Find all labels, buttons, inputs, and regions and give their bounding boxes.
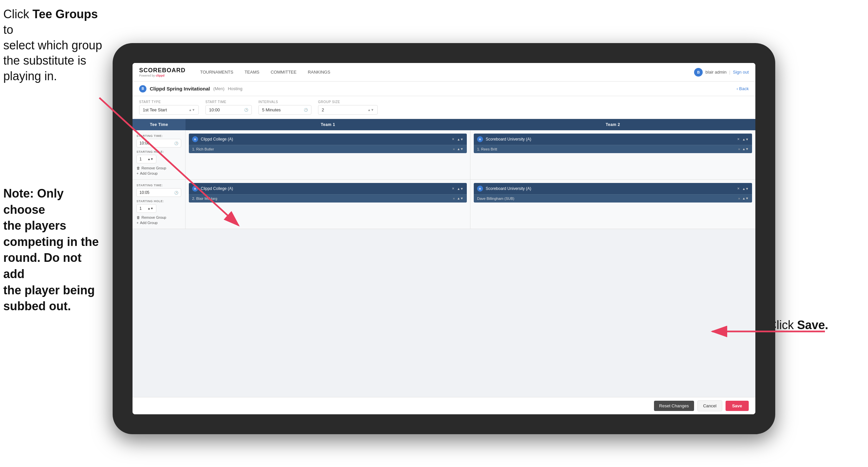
note-instruction: Note: Only choosethe playerscompeting in… [3,185,103,315]
table-row: STARTING TIME: 10:05 🕐 STARTING HOLE: 1 … [132,180,755,229]
group2-team2-controls: × ▲▼ [737,186,749,191]
group1-team1-remove[interactable]: × [452,137,454,142]
team1-header: Team 1 [186,119,470,130]
group1-team2-badge: B [477,136,483,142]
group1-time-input[interactable]: 10:00 🕐 [136,139,181,147]
intervals-field: Intervals 5 Minutes 🕐 [258,100,311,115]
group2-team2-player1-remove[interactable]: × [738,197,740,201]
group1-left: STARTING TIME: 10:00 🕐 STARTING HOLE: 1 … [132,130,186,179]
remove-group-2-button[interactable]: 🗑 Remove Group [136,215,181,220]
group2-team1-controls: × ▲▼ [452,186,464,191]
group1-team2-card: B Scoreboard University (A) × ▲▼ 1. Rees… [474,134,752,153]
group2-time-value: 10:05 [140,190,149,195]
table-row: STARTING TIME: 10:00 🕐 STARTING HOLE: 1 … [132,130,755,180]
cancel-button[interactable]: Cancel [698,400,722,411]
starting-time-label-1: STARTING TIME: [136,134,181,138]
start-time-input[interactable]: 10:00 🕐 [206,105,252,115]
group2-team1-player1-arrows[interactable]: ▲▼ [457,197,464,201]
group2-team1-player1-controls: × ▲▼ [453,197,464,201]
tournament-title: Clippd Spring Invitational [150,86,210,91]
start-type-label: Start Type [139,100,199,104]
group1-team2-player1: 1. Rees Britt × ▲▼ [474,145,752,153]
trash-icon-1: 🗑 [136,166,140,170]
start-time-label: Start Time [206,100,252,104]
start-time-field: Start Time 10:00 🕐 [206,100,252,115]
start-type-input[interactable]: 1st Tee Start ▲▼ [139,105,199,115]
group1-team2-remove[interactable]: × [737,137,740,142]
instruction-text-1: Click [3,7,32,21]
group1-hole-input[interactable]: 1 ▲▼ [136,155,156,164]
nav-teams[interactable]: TEAMS [240,68,264,77]
group1-team2-player1-name: 1. Rees Britt [477,147,736,151]
group1-team1-header: B Clippd College (A) × ▲▼ [189,134,467,145]
group2-team1-player1-name: 2. Blair McHarg [192,197,450,201]
group1-team2-arrows[interactable]: ▲▼ [742,138,749,141]
group-size-label: Group Size [318,100,378,104]
save-button[interactable]: Save [725,401,749,411]
group2-time-input[interactable]: 10:05 🕐 [136,188,181,197]
group1-team2-player1-arrows[interactable]: ▲▼ [742,147,749,151]
group1-team2-player1-remove[interactable]: × [738,147,740,151]
group2-team2-arrows[interactable]: ▲▼ [742,187,749,191]
group1-team1-arrows[interactable]: ▲▼ [457,138,464,141]
add-group-1-button[interactable]: + Add Group [136,171,181,175]
group2-hole-value: 1 [140,206,142,211]
group1-time-value: 10:00 [140,141,149,146]
group1-hole-arrow: ▲▼ [148,157,153,161]
group2-team2-name: Scoreboard University (A) [486,186,735,191]
group2-team2-player1-controls: × ▲▼ [738,197,749,201]
reset-changes-button[interactable]: Reset Changes [654,401,694,411]
group2-left: STARTING TIME: 10:05 🕐 STARTING HOLE: 1 … [132,180,186,229]
footer: Reset Changes Cancel Save [132,397,755,414]
start-time-value: 10:00 [209,107,220,112]
group2-team1-card: B Clippd College (A) × ▲▼ 2. Blair McHar… [189,183,467,203]
group2-team2-header: B Scoreboard University (A) × ▲▼ [474,183,752,194]
group1-team1-player1-arrows[interactable]: ▲▼ [457,147,464,151]
remove-group-1-label: Remove Group [142,166,166,170]
nav-links: TOURNAMENTS TEAMS COMMITTEE RANKINGS [195,68,694,77]
group2-team2-player1: Dave Billingham (SUB) × ▲▼ [474,194,752,203]
group1-team1-player1-remove[interactable]: × [453,147,455,151]
hosting-label: Hosting [228,86,243,91]
user-name: blair admin [705,69,726,75]
group2-team1-header: B Clippd College (A) × ▲▼ [189,183,467,194]
group2-hole-input[interactable]: 1 ▲▼ [136,204,156,213]
intervals-arrow: 🕐 [304,108,308,112]
tablet-screen: SCOREBOARD Powered by clippd TOURNAMENTS… [132,63,755,414]
group2-team1-player1-remove[interactable]: × [453,197,455,201]
group1-team2-col: B Scoreboard University (A) × ▲▼ 1. Rees… [470,130,755,179]
intervals-input[interactable]: 5 Minutes 🕐 [258,105,311,115]
group1-team2-controls: × ▲▼ [737,137,749,142]
note-label: Note: Only choosethe playerscompeting in… [3,186,99,313]
intervals-label: Intervals [258,100,311,104]
group1-team2-player1-controls: × ▲▼ [738,147,749,151]
sign-out-link[interactable]: Sign out [733,69,749,75]
back-button[interactable]: ‹ Back [737,86,749,91]
group1-team1-card: B Clippd College (A) × ▲▼ 1. Rich Butler… [189,134,467,153]
add-group-2-button[interactable]: + Add Group [136,221,181,225]
tee-time-header: Tee Time [132,119,186,130]
nav-user: B blair admin | Sign out [694,68,749,77]
group2-team2-remove[interactable]: × [737,186,740,191]
nav-tournaments[interactable]: TOURNAMENTS [195,68,238,77]
tournament-badge: B [139,85,147,92]
remove-group-1-button[interactable]: 🗑 Remove Group [136,166,181,170]
group1-team1-badge: B [192,136,198,142]
click-save-label: Click Save. [768,318,828,332]
nav-rankings[interactable]: RANKINGS [303,68,335,77]
tablet-device: SCOREBOARD Powered by clippd TOURNAMENTS… [113,43,775,434]
save-bold-label: Save. [797,318,828,332]
instruction-text-2: toselect which groupthe substitute ispla… [3,23,102,83]
group1-time-icon: 🕐 [174,142,178,145]
starting-hole-label-1: STARTING HOLE: [136,150,181,153]
group1-team1-controls: × ▲▼ [452,137,464,142]
nav-committee[interactable]: COMMITTEE [266,68,301,77]
group2-team1-arrows[interactable]: ▲▼ [457,187,464,191]
group-size-input[interactable]: 2 ▲▼ [318,105,378,115]
team2-header: Team 2 [470,119,755,130]
group1-hole-value: 1 [140,157,142,162]
group2-hole-arrow: ▲▼ [148,207,153,210]
group2-team1-remove[interactable]: × [452,186,454,191]
group2-team2-player1-arrows[interactable]: ▲▼ [742,197,749,201]
trash-icon-2: 🗑 [136,215,140,220]
